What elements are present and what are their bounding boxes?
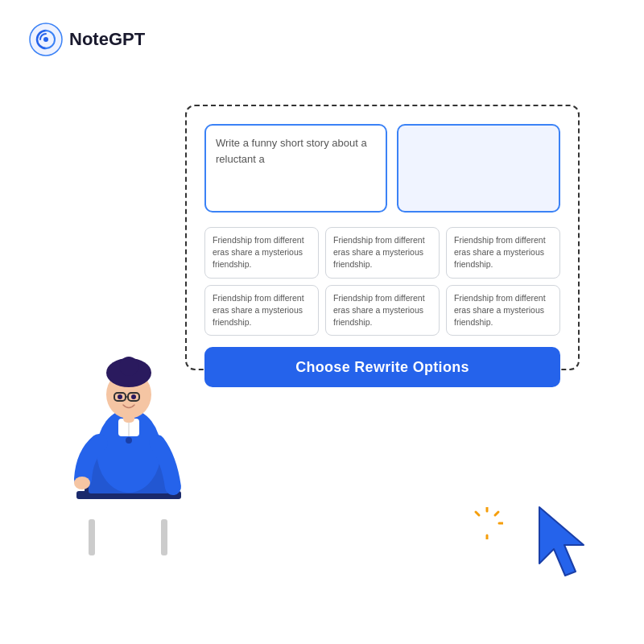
story-input[interactable]: Write a funny short story about a reluct… [204,124,387,213]
svg-rect-8 [89,519,95,555]
cursor-arrow-icon [531,499,612,596]
svg-line-3 [495,512,498,515]
svg-point-1 [43,37,48,42]
sparkle-icon [471,507,503,539]
person-illustration [44,318,213,568]
svg-point-26 [74,477,90,489]
choose-rewrite-button[interactable]: Choose Rewrite Options [204,347,560,387]
output-preview-box [397,124,560,213]
svg-point-25 [131,394,136,399]
option-card-4[interactable]: Friendship from different eras share a m… [204,285,319,336]
input-row: Write a funny short story about a reluct… [204,124,560,213]
options-grid: Friendship from different eras share a m… [204,227,560,336]
option-card-1[interactable]: Friendship from different eras share a m… [204,227,319,279]
svg-point-20 [119,357,138,376]
option-card-3[interactable]: Friendship from different eras share a m… [446,227,560,279]
svg-point-24 [118,394,122,399]
notegpt-logo-icon [29,23,63,56]
header: NoteGPT [29,23,145,56]
svg-point-27 [126,437,132,444]
option-card-2[interactable]: Friendship from different eras share a m… [325,227,440,279]
logo-text: NoteGPT [69,29,145,50]
main-card: Write a funny short story about a reluct… [185,105,580,370]
svg-line-6 [476,512,479,515]
option-card-6[interactable]: Friendship from different eras share a m… [446,285,560,336]
svg-rect-9 [161,519,167,555]
option-card-5[interactable]: Friendship from different eras share a m… [325,285,440,336]
svg-marker-7 [539,507,584,576]
